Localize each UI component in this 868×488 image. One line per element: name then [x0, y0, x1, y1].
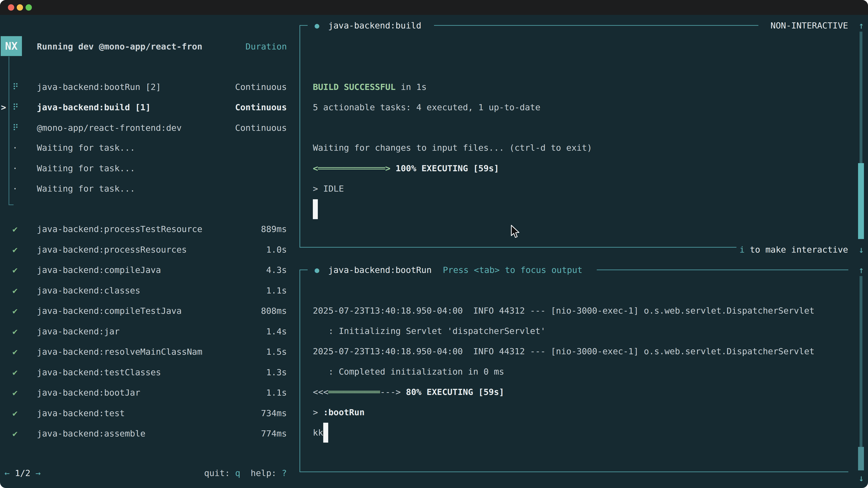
minimize-window-button[interactable]	[17, 4, 23, 11]
check-icon: ✔	[12, 321, 18, 341]
pagination: ← 1/2 →	[4, 463, 41, 483]
check-icon: ✔	[12, 383, 18, 403]
terminal-cursor	[323, 423, 328, 443]
progress-open: <<<	[313, 387, 329, 397]
build-result-line: BUILD SUCCESSFUL in 1s	[313, 77, 427, 97]
nx-logo: NX	[1, 36, 22, 56]
task-status: Continuous	[235, 118, 287, 138]
non-interactive-badge: NON-INTERACTIVE	[766, 15, 848, 36]
task-row[interactable]: Waiting for task...	[37, 158, 135, 178]
task-duration: 1.3s	[219, 362, 287, 383]
progress-bar: <═════════════>	[313, 163, 391, 173]
build-scrollbar-thumb[interactable]	[858, 163, 864, 239]
bootrun-progress-line: <<<══════════---> 80% EXECUTING [59s]	[313, 382, 504, 402]
task-row[interactable]: java-backend:bootRun [2]	[37, 77, 161, 97]
task-row-selected[interactable]: java-backend:build [1]	[37, 97, 151, 118]
task-duration: 734ms	[219, 403, 287, 423]
task-row[interactable]: java-backend:assemble	[37, 423, 145, 444]
bootrun-scrollbar-thumb[interactable]	[858, 447, 864, 470]
progress-label: 80% EXECUTING [59s]	[401, 387, 504, 397]
typed-input-text[interactable]: kk	[313, 422, 323, 443]
task-duration: 1.4s	[219, 321, 287, 341]
quit-label: quit:	[204, 468, 235, 478]
task-row[interactable]: java-backend:resolveMainClassNam	[37, 341, 202, 362]
check-icon: ✔	[12, 239, 18, 260]
check-icon: ✔	[12, 260, 18, 280]
titlebar[interactable]	[0, 0, 868, 15]
scroll-down-icon[interactable]: ↓	[855, 468, 868, 488]
build-summary-line: 5 actionable tasks: 4 executed, 1 up-to-…	[313, 97, 540, 118]
build-panel-bottom-border	[300, 247, 737, 248]
check-icon: ✔	[12, 341, 18, 362]
bootrun-panel-header-line	[597, 269, 848, 270]
task-row[interactable]: java-backend:processResources	[37, 239, 187, 260]
task-duration: 1.0s	[219, 239, 287, 260]
progress-label: 100% EXECUTING [59s]	[391, 163, 499, 173]
quit-key[interactable]: q	[235, 468, 240, 478]
task-row[interactable]: java-backend:compileTestJava	[37, 301, 182, 321]
bootrun-panel-title[interactable]: java-backend:bootRun	[328, 260, 432, 280]
spinner-icon: ⠟	[12, 97, 19, 118]
check-icon: ✔	[12, 423, 18, 444]
build-panel-header-line	[434, 25, 758, 26]
log-line: : Completed initialization in 0 ms	[313, 361, 504, 382]
check-icon: ✔	[12, 362, 18, 383]
log-line: : Initializing Servlet 'dispatcherServle…	[313, 321, 546, 341]
task-duration: 1.1s	[219, 281, 287, 301]
terminal-cursor	[313, 199, 318, 219]
task-row[interactable]: java-backend:jar	[37, 321, 120, 341]
task-row[interactable]: @mono-app/react-frontend:dev	[37, 118, 182, 138]
check-icon: ✔	[12, 281, 18, 301]
focus-output-hint: Press <tab> to focus output	[443, 260, 583, 280]
task-duration: 1.5s	[219, 341, 287, 362]
selected-task-marker: >	[1, 97, 6, 118]
build-scrollbar-track[interactable]	[860, 32, 862, 163]
task-row[interactable]: java-backend:testClasses	[37, 362, 161, 383]
prev-page-arrow-icon[interactable]: ←	[4, 468, 10, 478]
help-label: help:	[240, 468, 282, 478]
task-bullet-icon: ●	[315, 15, 319, 36]
task-row[interactable]: Waiting for task...	[37, 138, 135, 158]
maximize-window-button[interactable]	[26, 4, 32, 11]
task-row[interactable]: java-backend:classes	[37, 281, 141, 301]
terminal-window: NX Running dev @mono-app/react-fron Dura…	[0, 0, 868, 488]
task-row[interactable]: java-backend:compileJava	[37, 260, 161, 280]
scroll-down-icon[interactable]: ↓	[855, 239, 868, 260]
pending-dot-icon: ·	[12, 178, 18, 199]
interactive-hint: i to make interactive	[735, 239, 848, 260]
pending-dot-icon: ·	[12, 138, 18, 158]
bootrun-panel-left-border	[300, 270, 300, 472]
task-row[interactable]: java-backend:bootJar	[37, 383, 141, 403]
task-row[interactable]: java-backend:processTestResource	[37, 219, 202, 239]
task-duration: 4.3s	[219, 260, 287, 280]
bootrun-scrollbar-track[interactable]	[860, 276, 862, 447]
task-duration: 889ms	[219, 219, 287, 239]
spinner-icon: ⠟	[12, 77, 19, 97]
task-row[interactable]: java-backend:test	[37, 403, 125, 423]
build-panel-title[interactable]: java-backend:build	[328, 15, 421, 36]
interactive-hint-key[interactable]: i	[740, 245, 745, 255]
terminal-screen: NX Running dev @mono-app/react-fron Dura…	[0, 15, 868, 488]
check-icon: ✔	[12, 219, 18, 239]
prompt-command: :bootRun	[323, 408, 365, 417]
task-bullet-icon: ●	[315, 260, 319, 280]
mouse-cursor	[510, 225, 521, 239]
interactive-hint-text: to make interactive	[745, 245, 848, 255]
task-duration: 774ms	[219, 423, 287, 444]
close-window-button[interactable]	[8, 4, 14, 11]
next-page-arrow-icon[interactable]: →	[35, 468, 41, 478]
task-row[interactable]: Waiting for task...	[37, 178, 135, 199]
build-idle-line: > IDLE	[313, 178, 344, 199]
build-waiting-line: Waiting for changes to input files... (c…	[313, 138, 592, 158]
task-tree-corner	[8, 204, 13, 205]
log-line: 2025-07-23T13:40:18.950-04:00 INFO 44312…	[313, 341, 814, 361]
progress-close: --->	[380, 387, 401, 397]
task-duration: 1.1s	[219, 383, 287, 403]
help-key[interactable]: ?	[282, 468, 287, 478]
task-tree-line	[8, 57, 9, 205]
spinner-icon: ⠟	[12, 118, 19, 138]
nx-logo-label: NX	[5, 40, 18, 52]
bootrun-panel-border-stub	[300, 269, 308, 270]
build-progress-line: <═════════════> 100% EXECUTING [59s]	[313, 158, 499, 178]
build-panel-border-stub	[300, 25, 308, 26]
